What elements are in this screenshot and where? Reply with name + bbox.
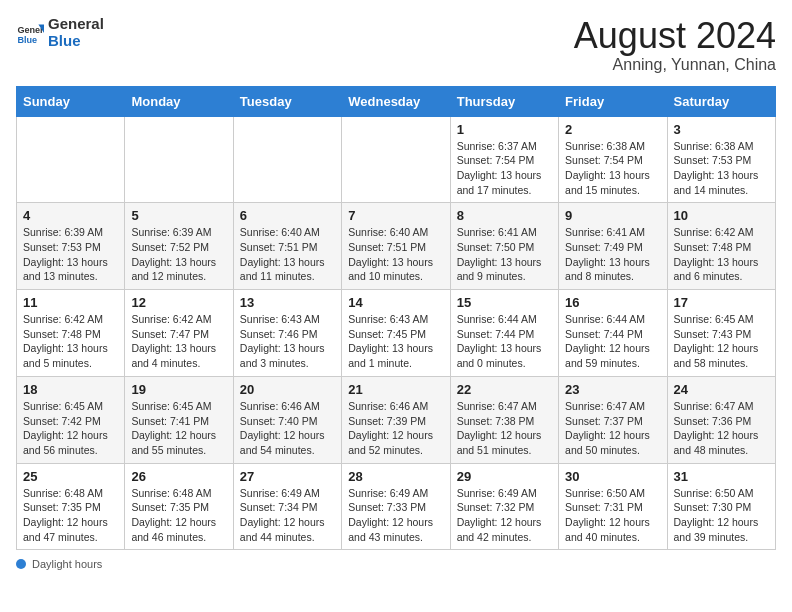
day-number: 15 bbox=[457, 295, 552, 310]
logo-blue-text: Blue bbox=[48, 33, 104, 50]
cell-content: Sunrise: 6:43 AM Sunset: 7:46 PM Dayligh… bbox=[240, 312, 335, 371]
month-year-title: August 2024 bbox=[574, 16, 776, 56]
calendar-day-cell: 30Sunrise: 6:50 AM Sunset: 7:31 PM Dayli… bbox=[559, 463, 667, 550]
day-number: 17 bbox=[674, 295, 769, 310]
cell-content: Sunrise: 6:48 AM Sunset: 7:35 PM Dayligh… bbox=[131, 486, 226, 545]
calendar-day-cell: 12Sunrise: 6:42 AM Sunset: 7:47 PM Dayli… bbox=[125, 290, 233, 377]
footer: Daylight hours bbox=[16, 558, 776, 570]
day-number: 31 bbox=[674, 469, 769, 484]
calendar-day-cell: 20Sunrise: 6:46 AM Sunset: 7:40 PM Dayli… bbox=[233, 376, 341, 463]
calendar-day-cell: 9Sunrise: 6:41 AM Sunset: 7:49 PM Daylig… bbox=[559, 203, 667, 290]
weekday-header-wednesday: Wednesday bbox=[342, 86, 450, 116]
day-number: 30 bbox=[565, 469, 660, 484]
calendar-day-cell: 10Sunrise: 6:42 AM Sunset: 7:48 PM Dayli… bbox=[667, 203, 775, 290]
day-number: 5 bbox=[131, 208, 226, 223]
day-number: 16 bbox=[565, 295, 660, 310]
day-number: 18 bbox=[23, 382, 118, 397]
cell-content: Sunrise: 6:50 AM Sunset: 7:31 PM Dayligh… bbox=[565, 486, 660, 545]
calendar-header: SundayMondayTuesdayWednesdayThursdayFrid… bbox=[17, 86, 776, 116]
calendar-day-cell: 13Sunrise: 6:43 AM Sunset: 7:46 PM Dayli… bbox=[233, 290, 341, 377]
cell-content: Sunrise: 6:49 AM Sunset: 7:32 PM Dayligh… bbox=[457, 486, 552, 545]
weekday-header-saturday: Saturday bbox=[667, 86, 775, 116]
calendar-day-cell: 7Sunrise: 6:40 AM Sunset: 7:51 PM Daylig… bbox=[342, 203, 450, 290]
calendar-day-cell: 1Sunrise: 6:37 AM Sunset: 7:54 PM Daylig… bbox=[450, 116, 558, 203]
cell-content: Sunrise: 6:38 AM Sunset: 7:53 PM Dayligh… bbox=[674, 139, 769, 198]
calendar-day-cell: 6Sunrise: 6:40 AM Sunset: 7:51 PM Daylig… bbox=[233, 203, 341, 290]
empty-cell bbox=[125, 116, 233, 203]
calendar-day-cell: 23Sunrise: 6:47 AM Sunset: 7:37 PM Dayli… bbox=[559, 376, 667, 463]
day-number: 26 bbox=[131, 469, 226, 484]
cell-content: Sunrise: 6:42 AM Sunset: 7:47 PM Dayligh… bbox=[131, 312, 226, 371]
day-number: 22 bbox=[457, 382, 552, 397]
cell-content: Sunrise: 6:47 AM Sunset: 7:36 PM Dayligh… bbox=[674, 399, 769, 458]
calendar-body: 1Sunrise: 6:37 AM Sunset: 7:54 PM Daylig… bbox=[17, 116, 776, 550]
calendar-day-cell: 26Sunrise: 6:48 AM Sunset: 7:35 PM Dayli… bbox=[125, 463, 233, 550]
day-number: 14 bbox=[348, 295, 443, 310]
calendar-day-cell: 24Sunrise: 6:47 AM Sunset: 7:36 PM Dayli… bbox=[667, 376, 775, 463]
cell-content: Sunrise: 6:46 AM Sunset: 7:40 PM Dayligh… bbox=[240, 399, 335, 458]
empty-cell bbox=[17, 116, 125, 203]
day-number: 27 bbox=[240, 469, 335, 484]
calendar-week-row: 1Sunrise: 6:37 AM Sunset: 7:54 PM Daylig… bbox=[17, 116, 776, 203]
calendar-week-row: 11Sunrise: 6:42 AM Sunset: 7:48 PM Dayli… bbox=[17, 290, 776, 377]
cell-content: Sunrise: 6:45 AM Sunset: 7:43 PM Dayligh… bbox=[674, 312, 769, 371]
empty-cell bbox=[342, 116, 450, 203]
cell-content: Sunrise: 6:40 AM Sunset: 7:51 PM Dayligh… bbox=[240, 225, 335, 284]
calendar-week-row: 4Sunrise: 6:39 AM Sunset: 7:53 PM Daylig… bbox=[17, 203, 776, 290]
cell-content: Sunrise: 6:46 AM Sunset: 7:39 PM Dayligh… bbox=[348, 399, 443, 458]
day-number: 11 bbox=[23, 295, 118, 310]
calendar-day-cell: 3Sunrise: 6:38 AM Sunset: 7:53 PM Daylig… bbox=[667, 116, 775, 203]
cell-content: Sunrise: 6:44 AM Sunset: 7:44 PM Dayligh… bbox=[457, 312, 552, 371]
calendar-table: SundayMondayTuesdayWednesdayThursdayFrid… bbox=[16, 86, 776, 551]
day-number: 9 bbox=[565, 208, 660, 223]
day-number: 24 bbox=[674, 382, 769, 397]
cell-content: Sunrise: 6:41 AM Sunset: 7:50 PM Dayligh… bbox=[457, 225, 552, 284]
day-number: 23 bbox=[565, 382, 660, 397]
day-number: 2 bbox=[565, 122, 660, 137]
calendar-day-cell: 29Sunrise: 6:49 AM Sunset: 7:32 PM Dayli… bbox=[450, 463, 558, 550]
cell-content: Sunrise: 6:45 AM Sunset: 7:41 PM Dayligh… bbox=[131, 399, 226, 458]
cell-content: Sunrise: 6:47 AM Sunset: 7:37 PM Dayligh… bbox=[565, 399, 660, 458]
calendar-day-cell: 22Sunrise: 6:47 AM Sunset: 7:38 PM Dayli… bbox=[450, 376, 558, 463]
title-area: August 2024 Anning, Yunnan, China bbox=[574, 16, 776, 74]
cell-content: Sunrise: 6:40 AM Sunset: 7:51 PM Dayligh… bbox=[348, 225, 443, 284]
calendar-day-cell: 21Sunrise: 6:46 AM Sunset: 7:39 PM Dayli… bbox=[342, 376, 450, 463]
day-number: 25 bbox=[23, 469, 118, 484]
day-number: 21 bbox=[348, 382, 443, 397]
cell-content: Sunrise: 6:37 AM Sunset: 7:54 PM Dayligh… bbox=[457, 139, 552, 198]
cell-content: Sunrise: 6:48 AM Sunset: 7:35 PM Dayligh… bbox=[23, 486, 118, 545]
calendar-day-cell: 5Sunrise: 6:39 AM Sunset: 7:52 PM Daylig… bbox=[125, 203, 233, 290]
cell-content: Sunrise: 6:45 AM Sunset: 7:42 PM Dayligh… bbox=[23, 399, 118, 458]
day-number: 12 bbox=[131, 295, 226, 310]
calendar-week-row: 18Sunrise: 6:45 AM Sunset: 7:42 PM Dayli… bbox=[17, 376, 776, 463]
weekday-header-row: SundayMondayTuesdayWednesdayThursdayFrid… bbox=[17, 86, 776, 116]
empty-cell bbox=[233, 116, 341, 203]
day-number: 20 bbox=[240, 382, 335, 397]
weekday-header-thursday: Thursday bbox=[450, 86, 558, 116]
weekday-header-tuesday: Tuesday bbox=[233, 86, 341, 116]
calendar-day-cell: 19Sunrise: 6:45 AM Sunset: 7:41 PM Dayli… bbox=[125, 376, 233, 463]
calendar-day-cell: 2Sunrise: 6:38 AM Sunset: 7:54 PM Daylig… bbox=[559, 116, 667, 203]
cell-content: Sunrise: 6:38 AM Sunset: 7:54 PM Dayligh… bbox=[565, 139, 660, 198]
cell-content: Sunrise: 6:47 AM Sunset: 7:38 PM Dayligh… bbox=[457, 399, 552, 458]
header: General Blue General Blue August 2024 An… bbox=[16, 16, 776, 74]
cell-content: Sunrise: 6:42 AM Sunset: 7:48 PM Dayligh… bbox=[674, 225, 769, 284]
cell-content: Sunrise: 6:39 AM Sunset: 7:52 PM Dayligh… bbox=[131, 225, 226, 284]
weekday-header-friday: Friday bbox=[559, 86, 667, 116]
day-number: 1 bbox=[457, 122, 552, 137]
calendar-day-cell: 11Sunrise: 6:42 AM Sunset: 7:48 PM Dayli… bbox=[17, 290, 125, 377]
calendar-day-cell: 4Sunrise: 6:39 AM Sunset: 7:53 PM Daylig… bbox=[17, 203, 125, 290]
calendar-day-cell: 25Sunrise: 6:48 AM Sunset: 7:35 PM Dayli… bbox=[17, 463, 125, 550]
day-number: 29 bbox=[457, 469, 552, 484]
day-number: 10 bbox=[674, 208, 769, 223]
calendar-day-cell: 16Sunrise: 6:44 AM Sunset: 7:44 PM Dayli… bbox=[559, 290, 667, 377]
day-number: 8 bbox=[457, 208, 552, 223]
cell-content: Sunrise: 6:42 AM Sunset: 7:48 PM Dayligh… bbox=[23, 312, 118, 371]
weekday-header-sunday: Sunday bbox=[17, 86, 125, 116]
day-number: 7 bbox=[348, 208, 443, 223]
calendar-day-cell: 15Sunrise: 6:44 AM Sunset: 7:44 PM Dayli… bbox=[450, 290, 558, 377]
day-number: 3 bbox=[674, 122, 769, 137]
day-number: 6 bbox=[240, 208, 335, 223]
weekday-header-monday: Monday bbox=[125, 86, 233, 116]
calendar-day-cell: 17Sunrise: 6:45 AM Sunset: 7:43 PM Dayli… bbox=[667, 290, 775, 377]
